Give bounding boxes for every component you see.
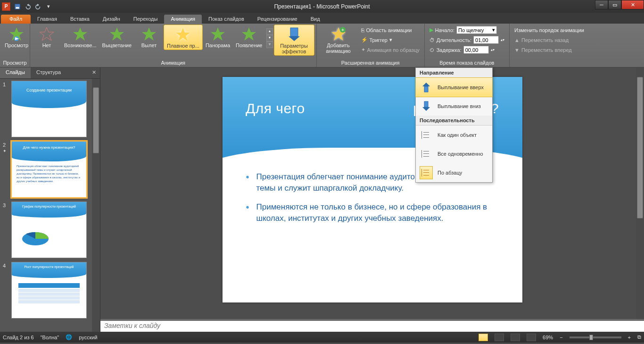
svg-marker-5 [40, 27, 54, 41]
delay-spinner[interactable]: 00,00 [463, 46, 489, 54]
zoom-in-button[interactable]: + [628, 335, 631, 340]
svg-rect-12 [290, 28, 298, 36]
animation-pane-button[interactable]: ⎘Область анимации [361, 25, 420, 34]
svg-rect-18 [424, 86, 428, 92]
effect-flyin[interactable]: Вылет [134, 25, 164, 49]
maximize-button[interactable]: ▭ [608, 0, 621, 9]
minimize-button[interactable]: ─ [595, 0, 608, 9]
zoom-slider[interactable] [570, 336, 621, 338]
animation-gallery[interactable]: Нет Возникнове... Выцветание Вылет Плавн… [32, 25, 314, 59]
direction-header: Направление [416, 68, 492, 78]
tab-design[interactable]: Дизайн [96, 15, 127, 24]
float-down-option[interactable]: Выплывание вниз [416, 97, 492, 116]
slide-thumb-1[interactable]: Создание презентации [11, 81, 87, 137]
pane-icon: ⎘ [361, 27, 364, 33]
svg-marker-7 [110, 27, 124, 41]
group-animation-label: Анимация [32, 59, 314, 67]
tab-transitions[interactable]: Переходы [127, 15, 165, 24]
tab-slideshow[interactable]: Показ слайдов [202, 15, 251, 24]
ribbon-tabs: Файл Главная Вставка Дизайн Переходы Ани… [0, 13, 644, 24]
svg-text:+: + [341, 27, 344, 33]
slideshow-view-button[interactable] [527, 334, 536, 341]
move-later-button: ▼ Переместить вперед [514, 45, 584, 54]
duration-label: Длительность: [437, 37, 471, 43]
sequence-header: Последовательность [416, 116, 492, 126]
window-title: Презентация1 - Microsoft PowerPoint [274, 3, 370, 10]
delay-label: Задержка: [437, 47, 462, 53]
animation-painter-button: ✦Анимация по образцу [361, 45, 420, 54]
effect-none[interactable]: Нет [32, 25, 61, 49]
qat-redo-icon[interactable] [33, 1, 43, 12]
all-at-once-option[interactable]: Все одновременно [416, 144, 492, 163]
tab-file[interactable]: Файл [1, 15, 31, 24]
stage-scrollbar[interactable] [636, 67, 644, 319]
effect-options-button[interactable]: Параметры эффектов [274, 25, 314, 56]
reading-view-button[interactable] [511, 334, 520, 341]
trigger-button[interactable]: ⚡Триггер ▾ [361, 35, 420, 44]
zoom-level: 69% [543, 335, 553, 340]
pane-tab-slides[interactable]: Слайды [0, 67, 31, 78]
tab-animation[interactable]: Анимация [164, 15, 202, 24]
svg-marker-8 [142, 27, 156, 41]
language-label: русский [79, 335, 97, 340]
svg-rect-20 [424, 101, 428, 107]
duration-spinner[interactable]: 01,00 [473, 36, 499, 44]
content-area: Слайды Структура ✕ 1 Создание презентаци… [0, 67, 644, 332]
slide-thumb-3[interactable]: График популярности презентаций [11, 201, 87, 258]
fit-to-window-button[interactable]: ⧉ [637, 334, 641, 340]
duration-icon: ⏱ [429, 37, 435, 43]
play-icon: ▶ [429, 27, 433, 33]
effect-fade[interactable]: Выцветание [99, 25, 134, 49]
qat-dropdown-icon[interactable]: ▾ [43, 1, 54, 12]
svg-marker-21 [422, 107, 430, 111]
gallery-more-icon[interactable]: ▿ [266, 42, 273, 48]
gallery-up-icon[interactable]: ▴ [266, 28, 273, 35]
svg-marker-10 [211, 27, 225, 41]
effect-appear[interactable]: Возникнове... [61, 25, 99, 49]
language-icon[interactable]: 🌐 [66, 334, 72, 340]
svg-marker-9 [176, 28, 190, 41]
sorter-view-button[interactable] [495, 334, 504, 341]
start-dropdown[interactable]: По щелчку▾ [456, 26, 497, 34]
gallery-down-icon[interactable]: ▾ [266, 35, 273, 42]
animation-badge-icon: ✦ [3, 149, 7, 153]
pane-tab-outline[interactable]: Структура [31, 67, 66, 78]
reorder-title: Изменить порядок анимации [514, 25, 584, 34]
move-earlier-button: ▲ Переместить назад [514, 35, 584, 44]
as-one-object-option[interactable]: Как один объект [416, 126, 492, 144]
tab-review[interactable]: Рецензирование [251, 15, 304, 24]
tab-insert[interactable]: Вставка [64, 15, 96, 24]
preview-button[interactable]: Просмотр [2, 25, 31, 49]
theme-name: "Волна" [41, 335, 59, 340]
svg-marker-6 [73, 27, 87, 41]
svg-rect-1 [16, 7, 19, 8]
effect-split[interactable]: Панорама [203, 25, 233, 49]
normal-view-button[interactable] [479, 334, 488, 341]
float-up-option[interactable]: Выплывание вверх [415, 77, 493, 97]
slide-thumb-2[interactable]: Для чего нужна презентация?Презентация о… [11, 141, 87, 198]
notes-pane[interactable]: Заметки к слайду [100, 319, 644, 332]
svg-marker-13 [289, 36, 300, 41]
zoom-out-button[interactable]: − [560, 335, 562, 340]
by-paragraph-option[interactable]: По абзацу [416, 163, 492, 182]
slide-stage: Для чего резентация? Презентация облегча… [100, 67, 644, 319]
start-label: Начало: [435, 27, 454, 33]
qat-save-icon[interactable] [12, 1, 23, 12]
effect-wipe[interactable]: Появление [233, 25, 265, 49]
title-bar: P ▾ Презентация1 - Microsoft PowerPoint … [0, 0, 644, 13]
add-animation-button[interactable]: + Добавить анимацию [319, 25, 358, 55]
qat-undo-icon[interactable] [23, 1, 33, 12]
slide-thumb-4[interactable]: Рост популярности презентаций [11, 262, 87, 319]
trigger-icon: ⚡ [361, 37, 368, 43]
tab-home[interactable]: Главная [31, 15, 64, 24]
delay-icon: ⏲ [429, 47, 435, 53]
app-icon: P [2, 2, 10, 11]
tab-view[interactable]: Вид [304, 15, 327, 24]
thumbs-scrollbar[interactable] [92, 79, 100, 332]
bullet-2: Применяются не только в бизнесе, но и сф… [246, 201, 504, 224]
svg-marker-11 [242, 27, 256, 41]
pane-close-icon[interactable]: ✕ [88, 67, 100, 78]
close-button[interactable]: ✕ [621, 0, 644, 9]
effect-floatin[interactable]: Плавное пр... [164, 25, 203, 50]
group-preview-label: Просмотр [2, 59, 28, 67]
